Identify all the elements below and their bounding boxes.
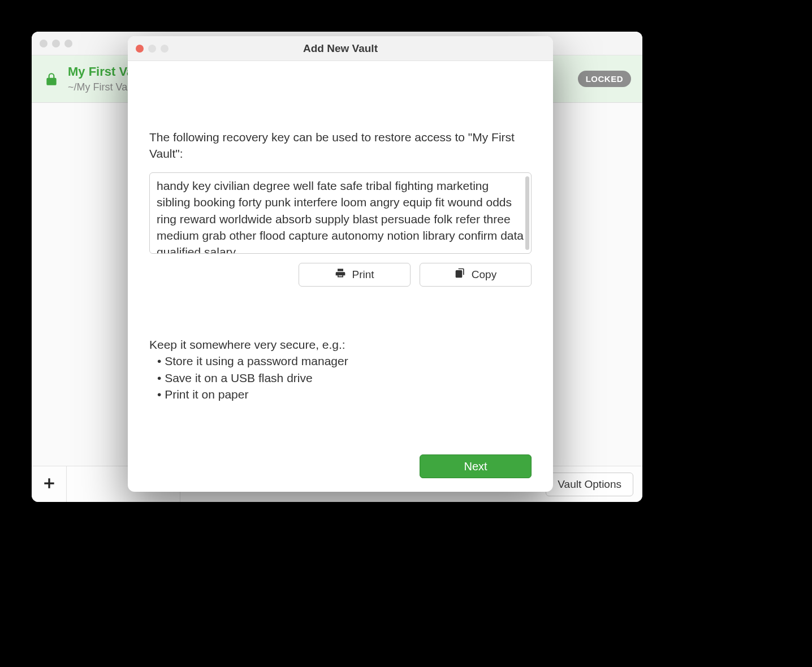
scrollbar[interactable]: [525, 176, 529, 250]
lock-icon: [44, 72, 59, 86]
dialog-footer: Next: [149, 454, 532, 478]
copy-icon: [455, 267, 466, 281]
print-label: Print: [352, 268, 374, 281]
next-label: Next: [464, 460, 487, 473]
advice-item: • Save it on a USB flash drive: [149, 370, 532, 386]
main-close-button[interactable]: [40, 40, 47, 47]
advice-section: Keep it somewhere very secure, e.g.: • S…: [149, 336, 532, 403]
print-icon: [335, 267, 346, 281]
recovery-key-box[interactable]: handy key civilian degree well fate safe…: [149, 172, 532, 254]
copy-button[interactable]: Copy: [420, 263, 532, 287]
main-traffic-lights: [40, 40, 72, 47]
copy-label: Copy: [472, 268, 496, 281]
dialog-close-button[interactable]: [136, 45, 144, 53]
vault-options-button[interactable]: Vault Options: [546, 473, 633, 496]
add-vault-dialog: Add New Vault The following recovery key…: [128, 36, 553, 492]
dialog-zoom-button[interactable]: [161, 45, 169, 53]
vault-options-label: Vault Options: [558, 478, 621, 491]
advice-item: • Print it on paper: [149, 386, 532, 402]
dialog-traffic-lights: [136, 45, 169, 53]
next-button[interactable]: Next: [420, 454, 532, 478]
recovery-key-text: handy key civilian degree well fate safe…: [157, 179, 524, 254]
dialog-body: The following recovery key can be used t…: [128, 61, 553, 492]
print-button[interactable]: Print: [299, 263, 411, 287]
advice-heading: Keep it somewhere very secure, e.g.:: [149, 336, 532, 353]
locked-badge: LOCKED: [578, 71, 631, 87]
dialog-titlebar: Add New Vault: [128, 36, 553, 61]
plus-icon: [42, 476, 57, 493]
advice-item: • Store it using a password manager: [149, 353, 532, 369]
recovery-intro-text: The following recovery key can be used t…: [149, 129, 532, 162]
button-row: Print Copy: [149, 263, 532, 287]
main-zoom-button[interactable]: [64, 40, 72, 47]
main-minimize-button[interactable]: [52, 40, 60, 47]
add-vault-button[interactable]: [32, 466, 67, 502]
dialog-minimize-button[interactable]: [148, 45, 156, 53]
dialog-title: Add New Vault: [128, 42, 553, 55]
